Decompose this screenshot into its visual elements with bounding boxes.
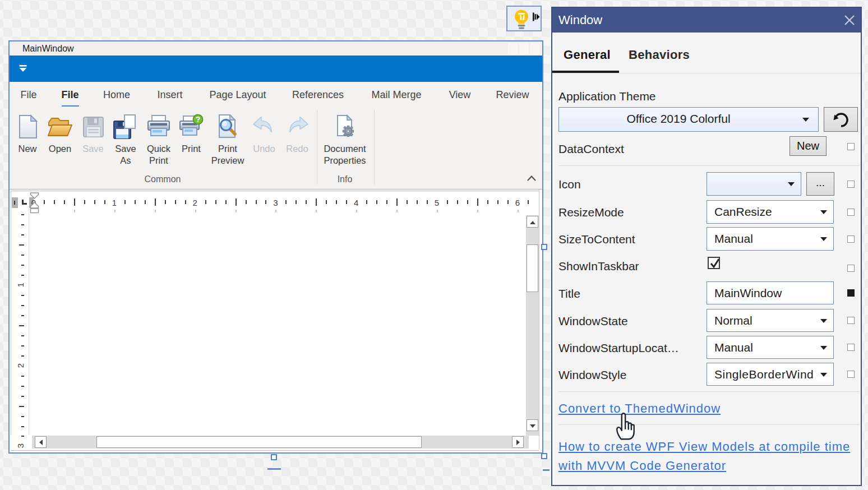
svg-text:?: ?: [196, 115, 201, 124]
